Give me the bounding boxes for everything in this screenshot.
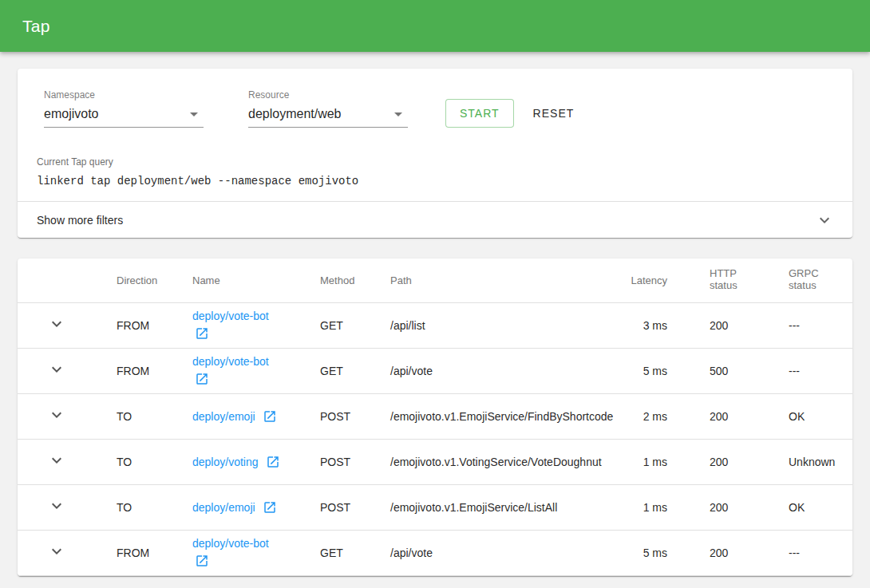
method-cell: POST	[320, 484, 390, 530]
resource-link[interactable]: deploy/emoji	[192, 410, 255, 423]
expand-row-icon[interactable]	[47, 542, 66, 561]
expand-row-icon[interactable]	[47, 451, 66, 470]
http-status-cell: 200	[670, 302, 769, 348]
path-cell: /api/list	[390, 302, 594, 348]
direction-cell: TO	[117, 393, 192, 439]
grpc-status-cell: OK	[769, 393, 852, 439]
grpc-status-cell: Unknown	[769, 439, 852, 484]
latency-cell: 5 ms	[594, 348, 670, 393]
dropdown-arrow-icon	[389, 105, 408, 124]
latency-cell: 5 ms	[594, 530, 670, 575]
tap-results-card: Direction Name Method Path Latency HTTP …	[18, 258, 852, 576]
method-cell: GET	[320, 348, 390, 393]
table-header-row: Direction Name Method Path Latency HTTP …	[18, 258, 852, 302]
namespace-label: Namespace	[44, 89, 204, 101]
name-cell: deploy/vote-bot	[192, 348, 320, 393]
expand-row-icon[interactable]	[47, 360, 66, 379]
reset-button[interactable]: RESET	[527, 100, 581, 127]
resource-link[interactable]: deploy/vote-bot	[192, 537, 269, 550]
open-in-new-icon[interactable]	[263, 500, 277, 515]
method-cell: POST	[320, 393, 390, 439]
name-cell: deploy/vote-bot	[192, 530, 320, 575]
show-more-label: Show more filters	[37, 214, 123, 227]
http-status-cell: 200	[670, 484, 769, 530]
grpc-status-cell: ---	[769, 348, 852, 393]
chevron-down-icon	[815, 211, 834, 230]
expand-row-icon[interactable]	[47, 314, 66, 333]
app-header: Tap	[0, 0, 870, 52]
table-row: TO deploy/emoji POST /emojivoto.v1.Emoji…	[18, 484, 852, 530]
col-header-path: Path	[390, 258, 594, 302]
query-label: Current Tap query	[37, 156, 833, 168]
direction-cell: TO	[117, 439, 192, 484]
path-cell: /api/vote	[390, 348, 594, 393]
method-cell: POST	[320, 439, 390, 484]
resource-value: deployment/web	[248, 107, 342, 121]
open-in-new-icon[interactable]	[266, 455, 280, 469]
http-status-header-text: HTTP status	[710, 268, 748, 292]
expand-row-icon[interactable]	[47, 405, 66, 424]
table-row: TO deploy/voting POST /emojivoto.v1.Voti…	[18, 439, 852, 484]
method-cell: GET	[320, 302, 390, 348]
col-header-method: Method	[320, 258, 390, 302]
tap-filters-card: Namespace emojivoto Resource deployment/…	[18, 69, 852, 238]
http-status-cell: 500	[670, 348, 769, 393]
name-cell: deploy/emoji	[192, 484, 320, 530]
filters-buttons: START RESET	[445, 99, 580, 128]
start-button[interactable]: START	[445, 99, 514, 128]
latency-cell: 1 ms	[594, 439, 670, 484]
col-header-name: Name	[192, 258, 320, 302]
col-header-grpc-status: GRPC status	[769, 258, 852, 302]
direction-cell: TO	[117, 484, 192, 530]
open-in-new-icon[interactable]	[195, 326, 209, 341]
latency-cell: 3 ms	[594, 302, 670, 348]
query-block: Current Tap query linkerd tap deployment…	[18, 156, 852, 187]
resource-label: Resource	[248, 89, 408, 101]
dropdown-arrow-icon	[184, 105, 204, 124]
table-row: FROM deploy/vote-bot GET /api/vote 5 ms …	[18, 530, 852, 575]
grpc-status-header-text: GRPC status	[789, 268, 827, 292]
open-in-new-icon[interactable]	[195, 554, 209, 568]
name-cell: deploy/voting	[192, 439, 320, 484]
name-cell: deploy/vote-bot	[192, 302, 320, 348]
namespace-select[interactable]: Namespace emojivoto	[44, 89, 204, 128]
resource-link[interactable]: deploy/vote-bot	[192, 355, 269, 368]
col-header-http-status: HTTP status	[670, 258, 769, 302]
http-status-cell: 200	[670, 439, 769, 484]
path-cell: /emojivoto.v1.EmojiService/ListAll	[390, 484, 594, 530]
tap-table: Direction Name Method Path Latency HTTP …	[18, 258, 852, 576]
resource-link[interactable]: deploy/vote-bot	[192, 310, 269, 322]
show-more-filters-toggle[interactable]: Show more filters	[18, 201, 852, 238]
method-cell: GET	[320, 530, 390, 575]
grpc-status-cell: ---	[769, 302, 852, 348]
col-header-latency: Latency	[594, 258, 670, 302]
col-header-expand	[18, 258, 117, 302]
col-header-direction: Direction	[117, 258, 192, 302]
filters-row: Namespace emojivoto Resource deployment/…	[18, 89, 852, 128]
http-status-cell: 200	[670, 393, 769, 439]
direction-cell: FROM	[117, 302, 192, 348]
expand-row-icon[interactable]	[47, 496, 66, 515]
path-cell: /emojivoto.v1.VotingService/VoteDoughnut	[390, 439, 594, 484]
path-cell: /emojivoto.v1.EmojiService/FindByShortco…	[390, 393, 594, 439]
direction-cell: FROM	[117, 530, 192, 575]
table-row: FROM deploy/vote-bot GET /api/vote 5 ms …	[18, 348, 852, 393]
latency-cell: 1 ms	[594, 484, 670, 530]
http-status-cell: 200	[670, 530, 769, 575]
resource-select[interactable]: Resource deployment/web	[248, 89, 408, 128]
name-cell: deploy/emoji	[192, 393, 320, 439]
page-title: Tap	[22, 17, 50, 36]
resource-link[interactable]: deploy/voting	[192, 456, 259, 468]
grpc-status-cell: ---	[769, 530, 852, 575]
table-row: FROM deploy/vote-bot GET /api/list 3 ms …	[18, 302, 852, 348]
tap-query-text: linkerd tap deployment/web --namespace e…	[37, 175, 833, 187]
path-cell: /api/vote	[390, 530, 594, 575]
resource-link[interactable]: deploy/emoji	[192, 501, 255, 514]
namespace-value: emojivoto	[44, 107, 98, 121]
grpc-status-cell: OK	[769, 484, 852, 530]
direction-cell: FROM	[117, 348, 192, 393]
open-in-new-icon[interactable]	[195, 372, 209, 386]
open-in-new-icon[interactable]	[263, 409, 277, 424]
table-row: TO deploy/emoji POST /emojivoto.v1.Emoji…	[18, 393, 852, 439]
